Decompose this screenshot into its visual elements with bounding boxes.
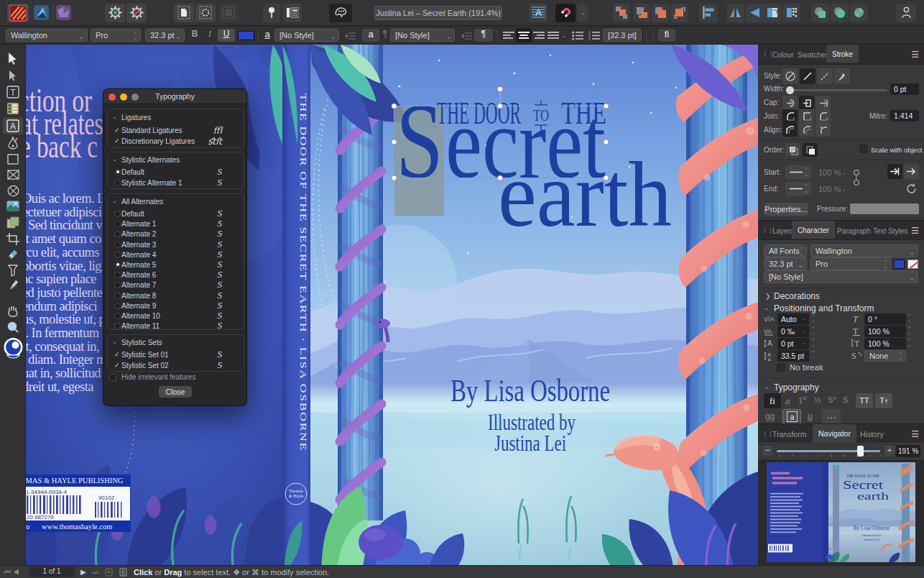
svg-text:uat in, sollicitud: uat in, sollicitud (26, 366, 101, 380)
svg-text:By Lisa Osborne: By Lisa Osborne (854, 525, 890, 531)
svg-text:i. In fermentum: i. In fermentum (26, 326, 100, 340)
svg-text:Justina Lei: Justina Lei (864, 538, 879, 541)
svg-text:endum adipisci: endum adipisci (26, 299, 98, 313)
svg-text:T: T (10, 88, 16, 98)
svg-text:OMAS & HAYLE PUBLISHING: OMAS & HAYLE PUBLISHING (26, 477, 124, 485)
svg-text:A: A (767, 339, 772, 347)
svg-text:1-34944-0934-4: 1-34944-0934-4 (26, 489, 67, 495)
svg-text:www.thomashayle.com: www.thomashayle.com (42, 523, 112, 531)
svg-text:earth: earth (857, 490, 890, 502)
svg-text:rcu elit, accums: rcu elit, accums (26, 245, 99, 260)
svg-text:ac sapien place: ac sapien place (26, 272, 96, 286)
svg-text:T: T (853, 313, 859, 324)
svg-text:it amet quam co: it amet quam co (26, 231, 101, 246)
svg-text:Thomas: Thomas (289, 489, 303, 493)
svg-text:A: A (10, 121, 16, 132)
svg-text:earth: earth (498, 142, 672, 246)
svg-text:dreit ut, egesta: dreit ut, egesta (26, 380, 93, 394)
svg-text:V/A: V/A (764, 316, 775, 323)
svg-text:.oo: .oo (26, 523, 29, 531)
svg-text:it, consequat in,: it, consequat in, (26, 339, 99, 354)
svg-text:obortis vitae, lig: obortis vitae, lig (26, 259, 101, 273)
svg-text:ed justo pellente: ed justo pellente (26, 285, 102, 300)
svg-text:us, molestie ut, p: us, molestie ut, p (26, 312, 105, 326)
svg-text:a: a (790, 413, 795, 421)
svg-text:e back c: e back c (26, 128, 98, 165)
svg-text:90102: 90102 (98, 495, 115, 501)
svg-text:. diam. Integer m: . diam. Integer m (26, 352, 107, 367)
svg-text:A: A (535, 7, 542, 18)
svg-text:By Lisa Osborne: By Lisa Osborne (451, 372, 610, 408)
svg-text:VA: VA (764, 328, 772, 335)
svg-text:T: T (853, 326, 859, 336)
svg-text:S: S (851, 351, 856, 360)
svg-text:Justina Lei: Justina Lei (494, 431, 566, 456)
svg-text:3: 3 (588, 37, 591, 41)
svg-text:THE DOOR OF THE SECRET EARTH ·: THE DOOR OF THE SECRET EARTH · LISA OSBO… (298, 93, 308, 451)
svg-text:ectetuer adipisci: ectetuer adipisci (26, 205, 102, 219)
svg-text:Illustrated by: Illustrated by (862, 533, 882, 537)
svg-text:S: S (396, 81, 443, 201)
svg-text:& Hayle: & Hayle (289, 494, 304, 498)
svg-text:. Sed tincidunt v: . Sed tincidunt v (26, 218, 103, 232)
svg-text:Duis ac lorem. Lo: Duis ac lorem. Lo (26, 191, 111, 206)
svg-text:T: T (854, 339, 860, 348)
svg-text:20 987279: 20 987279 (27, 514, 54, 520)
svg-text:A: A (767, 357, 772, 361)
